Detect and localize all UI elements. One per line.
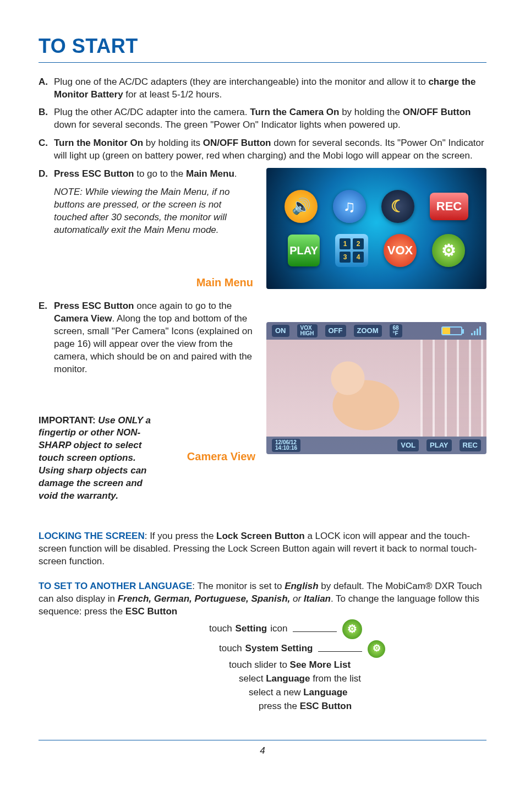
item-d-body: Press ESC Button to go to the Main Menu.: [54, 168, 255, 181]
off-badge: OFF: [325, 325, 346, 337]
language-paragraph: TO SET TO ANOTHER LANGUAGE: The monitor …: [39, 580, 486, 618]
italic-text: or: [290, 593, 304, 604]
speaker-icon: 🔊: [285, 190, 318, 223]
vox-icon: VOX: [384, 234, 417, 267]
item-b-letter: B.: [39, 106, 54, 132]
item-d: D. Press ESC Button to go to the Main Me…: [39, 168, 255, 181]
main-menu-label: Main Menu: [39, 275, 255, 290]
bold-text: ON/OFF Button: [403, 107, 471, 117]
connector-line: [318, 646, 362, 652]
text: touch slider to: [229, 660, 290, 670]
footer-rule: [39, 740, 486, 740]
gear-icon: ⚙: [368, 640, 385, 658]
camera-view-image: ON VOX HIGH OFF ZOOM 68 °F 12/06/12 14:1…: [266, 322, 486, 454]
item-e: E. Press ESC Button once again to go to …: [39, 300, 255, 376]
bold-text: Press ESC Button: [54, 168, 134, 179]
language-head: TO SET TO ANOTHER LANGUAGE: [39, 581, 192, 591]
text: by holding its: [143, 138, 203, 148]
rec-icon: REC: [430, 193, 468, 220]
menu-row-2: PLAY 1 2 3 4 VOX ⚙: [288, 234, 465, 267]
bold-text: See More List: [290, 660, 351, 670]
quad-3: 3: [340, 252, 351, 263]
on-badge: ON: [272, 325, 289, 337]
item-a-body: Plug one of the AC/DC adapters (they are…: [54, 76, 486, 101]
text: select a new: [249, 687, 303, 697]
bold-italic-text: Italian: [304, 593, 331, 604]
text: down for several seconds. The green "Pow…: [54, 119, 401, 130]
signal-icon: [471, 326, 481, 335]
lang-step-5: select a new Language: [249, 686, 486, 699]
camera-bottom-overlay: 12/06/12 14:10:16 VOL PLAY REC: [266, 437, 486, 454]
text: touch: [219, 642, 242, 655]
bold-text: Setting: [236, 623, 267, 635]
camera-top-overlay: ON VOX HIGH OFF ZOOM 68 °F: [266, 322, 486, 340]
quad-1: 1: [340, 238, 351, 249]
item-c-letter: C.: [39, 137, 54, 162]
bold-text: Press ESC Button: [54, 301, 134, 311]
gear-icon: ⚙: [432, 234, 465, 267]
zoom-badge: ZOOM: [354, 325, 382, 337]
camera-view-label: Camera View: [171, 449, 255, 464]
item-a: A. Plug one of the AC/DC adapters (they …: [39, 76, 486, 101]
quad-4: 4: [353, 252, 364, 263]
lang-step-4: select Language from the list: [239, 673, 486, 685]
lang-step-6: press the ESC Button: [259, 700, 486, 713]
lang-step-1: touch Setting icon ⚙: [209, 619, 486, 639]
bold-text: Turn the Camera On: [250, 107, 339, 117]
main-menu-image: 🔊 ♫ ☾ REC PLAY 1 2 3 4 VOX ⚙: [266, 168, 486, 289]
bold-text: Turn the Monitor On: [54, 138, 143, 148]
vox-badge: VOX HIGH: [297, 324, 318, 337]
text: to go to the: [134, 168, 186, 179]
lang-step-2: touch System Setting ⚙: [219, 640, 486, 658]
locking-head: LOCKING THE SCREEN: [39, 531, 145, 541]
bold-text: Language: [303, 687, 347, 697]
bold-text: Lock Screen Button: [216, 531, 305, 541]
text: select: [239, 673, 266, 684]
item-b-body: Plug the other AC/DC adapter into the ca…: [54, 106, 486, 132]
play-icon: PLAY: [288, 235, 320, 266]
play-badge: PLAY: [426, 439, 451, 451]
connector-line: [293, 626, 337, 632]
bold-text: Language: [266, 673, 310, 684]
item-c: C. Turn the Monitor On by holding its ON…: [39, 137, 486, 162]
bold-text: Camera View: [54, 313, 112, 324]
crib-bars: [420, 340, 486, 437]
baby-image: [299, 355, 420, 432]
item-d-letter: D.: [39, 168, 54, 181]
text: icon: [270, 623, 287, 635]
text: .: [234, 168, 237, 179]
note-text: NOTE: While viewing the Main Menu, if no…: [54, 186, 252, 237]
page-number: 4: [39, 745, 486, 757]
bold-italic-text: English: [285, 581, 318, 591]
item-c-body: Turn the Monitor On by holding its ON/OF…: [54, 137, 486, 162]
bold-text: System Setting: [245, 642, 313, 655]
item-e-body: Press ESC Button once again to go to the…: [54, 300, 255, 376]
language-steps: touch Setting icon ⚙ touch System Settin…: [209, 619, 486, 713]
timestamp-badge: 12/06/12 14:10:16: [272, 439, 300, 452]
text: : The monitor is set to: [192, 581, 285, 591]
text: by holding the: [339, 107, 402, 117]
important-head: IMPORTANT:: [39, 415, 98, 426]
text: once again to go to the: [134, 301, 232, 311]
text: for at least 5-1/2 hours.: [123, 89, 222, 100]
bold-text: ESC Button: [125, 606, 177, 617]
battery-icon: [441, 326, 462, 335]
bold-text: Main Menu: [186, 168, 234, 179]
quad-icon: 1 2 3 4: [335, 234, 368, 267]
item-a-letter: A.: [39, 76, 54, 101]
menu-row-1: 🔊 ♫ ☾ REC: [285, 190, 468, 223]
text: touch: [209, 623, 232, 635]
page-title: TO START: [39, 33, 486, 63]
item-e-letter: E.: [39, 300, 54, 376]
music-icon: ♫: [333, 190, 366, 223]
item-b: B. Plug the other AC/DC adapter into the…: [39, 106, 486, 132]
important-note: IMPORTANT: Use ONLY a fingertip or other…: [39, 415, 160, 503]
text: : If you press the: [145, 531, 216, 541]
locking-paragraph: LOCKING THE SCREEN: If you press the Loc…: [39, 530, 486, 568]
text: Plug one of the AC/DC adapters (they are…: [54, 77, 428, 87]
bold-italic-text: French, German, Portuguese, Spanish,: [118, 593, 291, 604]
text: from the list: [310, 673, 361, 684]
bold-text: ON/OFF Button: [203, 138, 271, 148]
moon-icon: ☾: [381, 190, 414, 223]
quad-2: 2: [353, 238, 364, 249]
